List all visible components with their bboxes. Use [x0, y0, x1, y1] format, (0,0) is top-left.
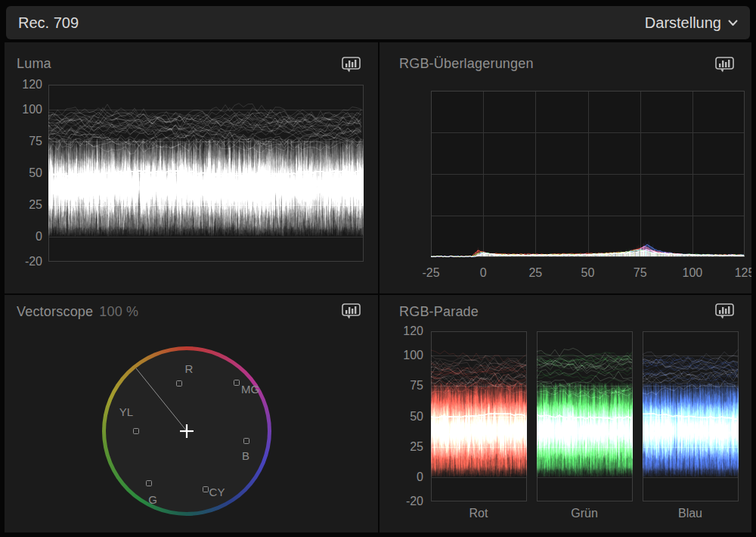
axis-tick: 0	[417, 470, 423, 484]
scope-options-icon	[342, 303, 361, 319]
rgb-overlay-scope: RGB-Überlagerungen -25 0 25 50 75 100	[380, 42, 751, 293]
vectorscope-title: Vectorscope	[17, 304, 93, 320]
axis-tick: 125	[735, 266, 751, 280]
axis-tick: 0	[480, 266, 487, 280]
axis-tick: 100	[22, 103, 42, 116]
vectorscope-target-cy	[203, 486, 209, 492]
vectorscope-target-b	[243, 438, 249, 444]
overlay-title: RGB-Überlagerungen	[399, 56, 534, 72]
luma-options-button[interactable]	[341, 56, 361, 73]
axis-tick: 25	[410, 440, 423, 454]
view-menu-button[interactable]: Darstellung	[645, 14, 738, 32]
vectorscope-label-mg: MG	[241, 383, 259, 396]
scopes-grid: Luma 120 100 75 50 25 0 -20	[5, 42, 751, 532]
axis-tick: 0	[36, 230, 42, 244]
axis-tick: 75	[410, 379, 423, 393]
rgb-parade-scope: RGB-Parade 120 100 75 50 25 0 -20	[380, 295, 751, 532]
parade-y-axis: 120 100 75 50 25 0 -20	[384, 331, 423, 501]
axis-tick: 120	[403, 324, 423, 338]
vectorscope-label-yl: YL	[119, 405, 133, 418]
scope-options-icon	[715, 57, 734, 73]
axis-tick: 50	[29, 166, 42, 180]
parade-channel-labels: Rot Grün Blau	[431, 507, 741, 522]
axis-tick: 100	[682, 266, 702, 280]
parade-red-canvas	[431, 331, 527, 501]
axis-tick: 50	[581, 266, 595, 280]
vectorscope-label-cy: CY	[209, 486, 225, 498]
scope-options-icon	[342, 57, 361, 73]
luma-scope: Luma 120 100 75 50 25 0 -20	[5, 42, 378, 293]
scopes-header: Rec. 709 Darstellung	[6, 6, 750, 39]
channel-label-blue: Blau	[678, 507, 702, 520]
axis-tick: 25	[29, 198, 42, 212]
axis-tick: -25	[422, 266, 439, 280]
parade-options-button[interactable]	[714, 303, 735, 320]
overlay-x-axis: -25 0 25 50 75 100 125	[431, 266, 745, 281]
axis-tick: 25	[528, 266, 542, 280]
luma-waveform-canvas	[48, 85, 364, 262]
axis-tick: 120	[22, 78, 42, 92]
parade-green-canvas	[537, 331, 633, 501]
luma-y-axis: 120 100 75 50 25 0 -20	[8, 85, 42, 262]
vectorscope-label-g: G	[148, 493, 157, 506]
channel-label-green: Grün	[571, 507, 598, 520]
vectorscope-label-r: R	[185, 362, 194, 375]
vectorscope-target-mg	[234, 380, 240, 386]
axis-tick: 50	[410, 410, 423, 424]
vectorscope: Vectorscope 100 %	[5, 295, 378, 532]
overlay-options-button[interactable]	[714, 56, 735, 73]
vectorscope-title-row: Vectorscope 100 %	[17, 304, 138, 320]
parade-title: RGB-Parade	[399, 304, 479, 320]
luma-title: Luma	[17, 56, 51, 72]
vectorscope-options-button[interactable]	[341, 303, 361, 320]
rgb-overlay-canvas	[431, 91, 745, 257]
axis-tick: -20	[406, 495, 423, 508]
chevron-down-icon	[728, 20, 738, 26]
parade-blue-canvas	[643, 331, 739, 501]
vectorscope-target-yl	[133, 428, 139, 434]
vectorscope-target-g	[146, 480, 152, 486]
axis-tick: 100	[403, 349, 423, 362]
color-space-label: Rec. 709	[18, 14, 79, 32]
video-scopes-panel: Rec. 709 Darstellung Luma	[0, 0, 756, 537]
axis-tick: 75	[634, 266, 647, 280]
axis-tick: -20	[25, 255, 42, 268]
axis-tick: 75	[29, 135, 42, 148]
channel-label-red: Rot	[469, 507, 488, 520]
vectorscope-label-b: B	[242, 449, 249, 462]
vectorscope-target-r	[176, 380, 182, 386]
vectorscope-gain: 100 %	[99, 304, 138, 320]
view-menu-label: Darstellung	[645, 14, 721, 32]
scope-options-icon	[715, 303, 734, 319]
